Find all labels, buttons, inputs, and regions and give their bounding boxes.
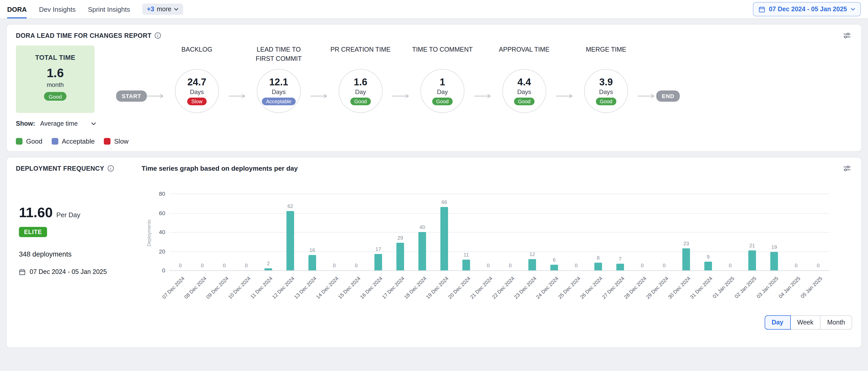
- gridline: [169, 194, 829, 194]
- legend-label: Slow: [114, 137, 128, 145]
- granularity-toggle: DayWeekMonth: [16, 315, 852, 330]
- bar-value-label: 0: [214, 263, 235, 268]
- chart-bar: [528, 259, 536, 270]
- top-navigation-bar: DORA Dev Insights Sprint Insights +3 mor…: [0, 0, 868, 19]
- x-axis-label: 08 Dec 2024: [183, 275, 208, 300]
- y-axis-tick-label: 20: [159, 248, 165, 254]
- chart-bar: [682, 248, 690, 270]
- x-axis-label: 29 Dec 2024: [645, 275, 669, 300]
- x-axis-label: 28 Dec 2024: [623, 275, 647, 300]
- flow-stage-lead-time-to-first-commit: LEAD TIME TO FIRST COMMIT12.1DaysAccepta…: [247, 45, 310, 113]
- bar-value-label: 0: [566, 263, 586, 268]
- stage-unit: Day: [437, 89, 448, 96]
- stage-label: MERGE TIME: [586, 45, 626, 69]
- granularity-month-button[interactable]: Month: [820, 315, 852, 330]
- deployment-rate-unit: Per Day: [56, 211, 80, 219]
- legend-item-good: Good: [16, 137, 42, 145]
- flow-arrow-icon: [392, 94, 411, 99]
- granularity-day-button[interactable]: Day: [765, 315, 790, 330]
- sliders-icon: [843, 33, 851, 41]
- flow-stage-time-to-comment: TIME TO COMMENT1DayGood: [411, 45, 474, 113]
- chart-bar: [462, 260, 470, 270]
- deployment-frequency-card: DEPLOYMENT FREQUENCY Time series graph b…: [6, 157, 862, 348]
- lead-time-settings-button[interactable]: [842, 31, 852, 40]
- bar-value-label: 0: [324, 263, 344, 268]
- date-range-picker[interactable]: 07 Dec 2024 - 05 Jan 2025: [753, 2, 861, 16]
- stage-circle: 12.1DaysAcceptable: [257, 69, 301, 113]
- flow-arrow-icon: [147, 94, 165, 99]
- stage-circle: 24.7DaysSlow: [175, 69, 219, 113]
- x-axis-label: 12 Dec 2024: [271, 275, 296, 300]
- total-time-unit: month: [21, 81, 90, 89]
- bar-value-label: 23: [676, 241, 696, 246]
- stage-label: APPROVAL TIME: [499, 45, 550, 69]
- more-tabs-count: +3: [147, 6, 154, 13]
- calendar-icon: [19, 269, 26, 275]
- deployment-rate-value: 11.60: [19, 205, 53, 221]
- show-metric-select[interactable]: Average time: [40, 120, 96, 127]
- stage-status-badge: Good: [350, 98, 371, 105]
- total-time-box: TOTAL TIME 1.6 month Good: [16, 45, 95, 113]
- stage-circle: 1DayGood: [421, 69, 464, 113]
- flow-arrow-icon: [229, 94, 247, 99]
- chevron-down-icon: [91, 122, 96, 125]
- x-axis-label: 13 Dec 2024: [293, 275, 317, 300]
- more-tabs-button[interactable]: +3 more: [142, 4, 183, 15]
- tab-dora[interactable]: DORA: [7, 0, 27, 19]
- granularity-week-button[interactable]: Week: [790, 315, 820, 330]
- x-axis-label: 02 Jan 2025: [733, 275, 757, 299]
- y-axis-tick-label: 80: [159, 191, 165, 197]
- flow-arrow-icon: [310, 94, 329, 99]
- deployment-summary: 11.60 Per Day ELITE 348 deployments 07 D…: [16, 176, 144, 314]
- deployment-settings-button[interactable]: [842, 164, 852, 173]
- bar-value-label: 21: [742, 242, 763, 248]
- deployment-date-range: 07 Dec 2024 - 05 Jan 2025: [30, 268, 107, 275]
- chart-bar: [550, 265, 558, 271]
- x-axis-label: 26 Dec 2024: [579, 275, 603, 300]
- flow-end-pill: END: [656, 91, 680, 102]
- bar-value-label: 62: [280, 203, 301, 209]
- gridline: [169, 213, 829, 213]
- performance-badge: ELITE: [19, 227, 47, 237]
- x-axis-label: 17 Dec 2024: [381, 275, 405, 300]
- flow-arrow-icon: [474, 94, 493, 99]
- total-time-status-badge: Good: [44, 92, 66, 101]
- tab-dev-insights[interactable]: Dev Insights: [39, 0, 76, 19]
- stage-label: PR CREATION TIME: [331, 45, 391, 69]
- bar-value-label: 17: [368, 246, 389, 252]
- status-legend: GoodAcceptableSlow: [16, 137, 852, 145]
- info-icon[interactable]: [107, 165, 114, 172]
- bar-value-label: 0: [346, 263, 367, 268]
- lead-time-flow: STARTBACKLOG24.7DaysSlowLEAD TIME TO FIR…: [116, 45, 680, 113]
- calendar-icon: [758, 6, 765, 12]
- x-axis-label: 05 Jan 2025: [799, 275, 823, 299]
- stage-unit: Days: [190, 89, 204, 96]
- stage-label: LEAD TIME TO FIRST COMMIT: [247, 45, 310, 69]
- chart-bar: [308, 255, 316, 270]
- x-axis-label: 09 Dec 2024: [205, 275, 229, 300]
- stage-status-badge: Good: [514, 98, 534, 105]
- chart-bar: [440, 207, 448, 271]
- total-time-label: TOTAL TIME: [21, 54, 90, 61]
- stage-status-badge: Acceptable: [262, 98, 296, 105]
- info-icon[interactable]: [154, 32, 161, 39]
- x-axis-label: 30 Dec 2024: [667, 275, 691, 300]
- deployment-chart: Deployments 020406080007 Dec 2024008 Dec…: [144, 194, 852, 314]
- bar-value-label: 0: [720, 263, 740, 268]
- bar-value-label: 0: [500, 263, 521, 268]
- bar-value-label: 7: [610, 256, 630, 262]
- stage-value: 12.1: [269, 77, 288, 88]
- bar-value-label: 9: [698, 254, 718, 260]
- bar-value-label: 2: [258, 261, 279, 267]
- dora-dashboard: DORA Dev Insights Sprint Insights +3 mor…: [0, 0, 868, 371]
- tab-sprint-insights[interactable]: Sprint Insights: [88, 0, 130, 19]
- show-label: Show:: [16, 120, 35, 127]
- stage-value: 24.7: [187, 77, 207, 88]
- x-axis-label: 21 Dec 2024: [469, 275, 493, 300]
- chart-bar: [748, 250, 756, 270]
- x-axis-label: 27 Dec 2024: [601, 275, 625, 300]
- legend-label: Good: [26, 137, 42, 145]
- stage-label: BACKLOG: [181, 45, 212, 69]
- x-axis-label: 19 Dec 2024: [425, 275, 450, 300]
- bar-value-label: 12: [522, 251, 542, 257]
